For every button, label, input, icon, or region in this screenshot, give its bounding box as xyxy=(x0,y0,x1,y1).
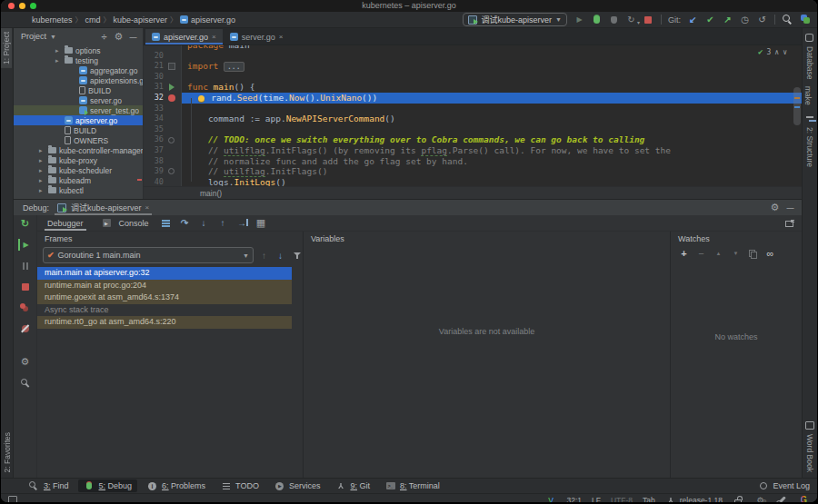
frame-row[interactable]: runtime.main at proc.go:204 xyxy=(37,280,292,292)
gutter[interactable]: 33 xyxy=(144,104,182,114)
tree-item-server-test-go[interactable]: server_test.go xyxy=(14,105,143,115)
chevron-down-icon[interactable]: ▼ xyxy=(50,34,56,40)
update-icon[interactable] xyxy=(687,14,699,25)
tree-item-kubeadm[interactable]: ▸kubeadm xyxy=(14,175,143,185)
code-line[interactable]: 40 logs.InitLogs() xyxy=(144,177,802,186)
settings-icon[interactable] xyxy=(19,356,31,368)
gutter[interactable]: 30 xyxy=(144,72,182,83)
code-line[interactable]: 35 xyxy=(144,124,802,135)
debugger-tab-debugger[interactable]: Debugger xyxy=(41,216,90,231)
frame-row[interactable]: runtime.rt0_go at asm_amd64.s:220 xyxy=(37,316,292,329)
toolwindow-button-services[interactable]: Services xyxy=(268,479,326,492)
fold-region-icon[interactable] xyxy=(168,137,175,143)
stop-icon[interactable] xyxy=(19,281,31,292)
coverage-icon[interactable] xyxy=(608,14,620,25)
tree-item-server-go[interactable]: server.go xyxy=(14,95,143,105)
evaluate-icon[interactable] xyxy=(255,217,267,229)
scrollbar-info-mark[interactable] xyxy=(794,106,800,108)
chevron-right-icon[interactable]: ▸ xyxy=(39,147,45,154)
fold-marker-icon[interactable] xyxy=(168,63,175,70)
event-log-button[interactable]: Event Log xyxy=(757,480,810,492)
toolwindow-button-terminal[interactable]: 8: Terminal xyxy=(379,479,445,492)
code-line-text[interactable]: // utilflag.InitFlags() xyxy=(182,166,802,177)
prev-problem-icon[interactable]: ∧ xyxy=(774,48,779,56)
close-icon[interactable]: × xyxy=(212,33,216,41)
gutter[interactable]: 40 xyxy=(144,177,182,186)
gutter[interactable]: 37 xyxy=(144,145,182,156)
code-line-text[interactable]: logs.InitLogs() xyxy=(182,177,802,186)
step-over-icon[interactable] xyxy=(179,217,191,229)
code-line-text[interactable]: // utilflag.InitFlags() (by removing its… xyxy=(182,145,802,156)
toolwindow-button-todo[interactable]: TODO xyxy=(214,479,264,492)
status-background-tasks[interactable] xyxy=(754,494,766,502)
gutter[interactable]: 36 xyxy=(144,134,182,145)
code-line-text[interactable]: // normalize func and add the go flag se… xyxy=(182,156,802,167)
run-main-icon[interactable] xyxy=(169,84,175,91)
mute-breakpoints-icon[interactable] xyxy=(19,322,31,334)
tree-item-kubectl[interactable]: ▸kubectl xyxy=(14,185,143,195)
status-caret-position[interactable]: 32:1 xyxy=(566,496,582,503)
move-up-icon[interactable] xyxy=(713,248,724,260)
stripe-project-button[interactable]: 1: Project xyxy=(1,28,12,68)
breadcrumb-item[interactable]: cmd xyxy=(85,15,101,25)
gutter[interactable]: 21 xyxy=(144,61,182,72)
code-line-text[interactable] xyxy=(182,72,802,83)
chevron-right-icon[interactable]: ▸ xyxy=(39,187,45,194)
locate-icon[interactable] xyxy=(98,31,110,43)
project-view-select[interactable]: Project xyxy=(21,32,46,41)
stripe-make-button[interactable]: make xyxy=(803,83,813,109)
gutter[interactable]: 31 xyxy=(144,82,182,93)
status-write-access[interactable] xyxy=(733,494,744,502)
fold-region-icon[interactable] xyxy=(168,168,175,174)
debug-icon[interactable] xyxy=(591,14,603,25)
tree-item-aggregator-go[interactable]: aggregator.go xyxy=(14,65,143,75)
tree-item-kube-controller-manager[interactable]: ▸kube-controller-manager xyxy=(14,145,143,155)
close-icon[interactable]: × xyxy=(279,33,284,41)
frame-row[interactable]: runtime.goexit at asm_amd64.s:1374 xyxy=(37,292,292,304)
next-problem-icon[interactable]: ∨ xyxy=(783,48,787,56)
run-to-cursor-icon[interactable] xyxy=(236,217,248,229)
restart-icon[interactable] xyxy=(625,14,637,25)
gutter[interactable]: 32 xyxy=(144,93,182,104)
scrollbar-warning-mark[interactable] xyxy=(794,97,800,99)
close-icon[interactable]: × xyxy=(145,203,150,212)
code-line-text[interactable]: rand.Seed(time.Now().UnixNano()) xyxy=(182,93,802,104)
code-line[interactable]: 34 command := app.NewAPIServerCommand() xyxy=(144,114,802,124)
code-line-text[interactable]: import ... xyxy=(182,61,802,72)
tree-item-kube-proxy[interactable]: ▸kube-proxy xyxy=(14,155,143,165)
tree-item-owners[interactable]: OWNERS xyxy=(14,135,143,145)
code-line[interactable]: 32 rand.Seed(time.Now().UnixNano()) xyxy=(144,93,802,104)
translate-icon[interactable] xyxy=(800,14,812,25)
code-line-text[interactable] xyxy=(182,104,802,114)
breakpoint-icon[interactable] xyxy=(168,94,175,102)
gutter[interactable]: 35 xyxy=(144,124,182,135)
stop-icon[interactable] xyxy=(643,14,654,25)
tree-item-options[interactable]: ▸options xyxy=(14,45,143,55)
chevron-right-icon[interactable]: ▸ xyxy=(39,167,45,174)
folded-code-placeholder[interactable]: ... xyxy=(224,62,244,72)
tree-item-build[interactable]: BUILD xyxy=(14,125,143,135)
tree-item-kube-scheduler[interactable]: ▸kube-scheduler xyxy=(14,165,143,175)
toolwindow-button-git[interactable]: 9: Git xyxy=(329,479,375,492)
goroutine-select[interactable]: ✔ Goroutine 1 main.main ▼ xyxy=(43,247,254,263)
pin-icon[interactable] xyxy=(19,377,31,389)
stripe-favorites-button[interactable]: 2: Favorites xyxy=(2,429,13,476)
code-line[interactable]: 36 // TODO: once we switch everything ov… xyxy=(144,134,802,145)
code-line[interactable]: 30 xyxy=(144,72,802,83)
gutter[interactable]: 38 xyxy=(144,156,182,167)
status-indent-style[interactable]: Tab xyxy=(643,496,655,503)
toolwindow-button-problems[interactable]: 6: Problems xyxy=(141,479,211,492)
code-line[interactable]: 38 // normalize func and add the go flag… xyxy=(144,156,802,167)
tree-item-apiextensions-go[interactable]: apiextensions.go xyxy=(14,75,143,85)
run-configuration-select[interactable]: 调试kube-apiserver ▼ xyxy=(463,13,567,26)
settings-icon[interactable] xyxy=(769,202,781,213)
stripe-word-book-button[interactable]: Word Book xyxy=(803,416,817,476)
code-line[interactable]: 37 // utilflag.InitFlags() (by removing … xyxy=(144,145,802,156)
push-icon[interactable] xyxy=(722,14,733,25)
breadcrumb-scope[interactable]: main() xyxy=(200,189,222,198)
step-out-icon[interactable] xyxy=(217,217,229,229)
code-line[interactable]: 31func main() { xyxy=(144,82,802,93)
up-arrow-icon[interactable] xyxy=(258,250,270,262)
status-grammar-plugin[interactable] xyxy=(798,494,810,502)
intention-bulb-icon[interactable] xyxy=(198,95,204,102)
